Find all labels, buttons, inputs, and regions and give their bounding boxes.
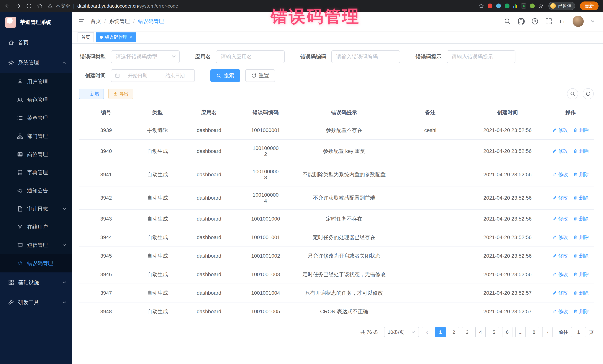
delete-link[interactable]: 删除: [573, 253, 589, 259]
reset-button[interactable]: 重置: [245, 69, 275, 82]
edit-link[interactable]: 修改: [552, 253, 568, 259]
profile-emoji-icon: [550, 3, 556, 9]
extensions-pin-icon[interactable]: [538, 3, 544, 9]
sidebar-item[interactable]: 错误码管理: [0, 254, 72, 272]
edit-link[interactable]: 修改: [552, 127, 568, 133]
delete-link[interactable]: 删除: [573, 216, 589, 222]
page-size-select[interactable]: 10条/页: [384, 327, 419, 337]
refresh-table-icon[interactable]: [583, 88, 594, 99]
sidebar-item[interactable]: 系统管理: [0, 53, 72, 73]
bookmark-star-icon[interactable]: [478, 3, 484, 9]
extension-icon[interactable]: [513, 3, 517, 8]
edit-link[interactable]: 修改: [552, 148, 568, 154]
goto-page-input[interactable]: [571, 327, 586, 337]
error-code-input[interactable]: [331, 50, 400, 63]
browser-home-icon[interactable]: [37, 3, 43, 9]
cell-code: 100100000 4: [236, 186, 295, 210]
sidebar-item[interactable]: 通知公告: [0, 182, 72, 200]
search-icon[interactable]: [504, 18, 511, 25]
delete-link[interactable]: 删除: [573, 171, 589, 178]
logo[interactable]: 芋道管理系统: [0, 12, 72, 33]
cell-type: 自动生成: [133, 247, 182, 265]
chevron-down-icon[interactable]: [590, 19, 595, 23]
filter-row-1: 错误码类型 应用名 错误码编码 错误码提示: [79, 50, 594, 63]
forward-icon[interactable]: [15, 3, 21, 9]
edit-link[interactable]: 修改: [552, 171, 568, 178]
sidebar-item[interactable]: 在线用户: [0, 218, 72, 236]
sidebar-item[interactable]: 部门管理: [0, 127, 72, 145]
sidebar-item[interactable]: 用户管理: [0, 73, 72, 91]
hide-search-toggle-icon[interactable]: [567, 88, 578, 99]
sidebar-item[interactable]: 首页: [0, 33, 72, 53]
cell-message: 只允许修改为开启或者关闭状态: [295, 247, 393, 265]
tags-view: 首页 错误码管理×: [72, 31, 603, 44]
address-bar[interactable]: 不安全 | dashboard.yudao.iocoder.cn/system/…: [47, 3, 474, 9]
pagination-page-button[interactable]: 3: [462, 327, 472, 337]
edit-link[interactable]: 修改: [552, 216, 568, 222]
extension-icon[interactable]: [487, 3, 492, 8]
sidebar-item-label: 岗位管理: [27, 151, 48, 158]
delete-link[interactable]: 删除: [573, 127, 589, 133]
browser-update-button[interactable]: 更新: [580, 1, 599, 10]
pagination-page-button[interactable]: 2: [449, 327, 459, 337]
tab-home[interactable]: 首页: [78, 33, 94, 42]
edit-link[interactable]: 修改: [552, 195, 568, 201]
reload-icon[interactable]: [26, 3, 32, 9]
pagination-more-button[interactable]: ...: [515, 327, 526, 337]
export-button[interactable]: 导出: [108, 88, 133, 99]
delete-link[interactable]: 删除: [573, 148, 589, 154]
sidebar-item[interactable]: 角色管理: [0, 91, 72, 109]
extension-icon[interactable]: [530, 3, 535, 8]
extension-icon[interactable]: [505, 3, 510, 8]
sidebar-item[interactable]: 短信管理: [0, 236, 72, 254]
close-icon[interactable]: ×: [129, 35, 132, 40]
profile-paused-badge[interactable]: 已暂停: [548, 2, 575, 10]
user-avatar[interactable]: [573, 16, 584, 27]
add-button[interactable]: 新增: [79, 88, 104, 99]
extension-icon[interactable]: [521, 3, 526, 9]
edit-link[interactable]: 修改: [552, 271, 568, 278]
delete-link[interactable]: 删除: [573, 195, 589, 201]
sidebar-item[interactable]: 审计日志: [0, 200, 72, 218]
prev-page-button[interactable]: ‹: [422, 327, 432, 337]
font-size-icon[interactable]: TT: [559, 18, 566, 25]
edit-link[interactable]: 修改: [552, 290, 568, 296]
sidebar-item[interactable]: 字典管理: [0, 164, 72, 182]
next-page-button[interactable]: ›: [542, 327, 553, 337]
pagination-page-button[interactable]: 8: [529, 327, 539, 337]
back-icon[interactable]: [4, 3, 10, 9]
fullscreen-icon[interactable]: [545, 18, 552, 25]
edit-link[interactable]: 修改: [552, 234, 568, 241]
delete-link[interactable]: 删除: [573, 290, 589, 296]
cell-app: dashboard: [182, 284, 236, 302]
sidebar-item[interactable]: 基础设施: [0, 272, 72, 292]
tab-label: 错误码管理: [105, 34, 127, 40]
delete-link[interactable]: 删除: [573, 234, 589, 241]
pagination-page-button[interactable]: 6: [502, 327, 512, 337]
error-type-select-input[interactable]: [111, 50, 180, 63]
delete-link[interactable]: 删除: [573, 271, 589, 278]
sidebar-item[interactable]: 岗位管理: [0, 145, 72, 164]
breadcrumb-home[interactable]: 首页: [91, 18, 101, 25]
extension-icon[interactable]: [496, 3, 501, 8]
tab-error-code[interactable]: 错误码管理×: [96, 33, 136, 42]
github-icon[interactable]: [518, 18, 525, 25]
search-button[interactable]: 搜索: [210, 69, 240, 82]
pagination-page-button[interactable]: 1: [435, 327, 446, 337]
cell-remark: [393, 210, 468, 228]
op-label: 修改: [558, 290, 568, 296]
error-message-input[interactable]: [447, 50, 515, 63]
sidebar-item[interactable]: 菜单管理: [0, 109, 72, 127]
date-range-picker[interactable]: 开始日期 - 结束日期: [111, 69, 195, 82]
app-name-input[interactable]: [216, 50, 285, 63]
error-type-select[interactable]: [111, 50, 180, 63]
sidebar-item[interactable]: 研发工具: [0, 292, 72, 312]
pagination-page-button[interactable]: 5: [489, 327, 499, 337]
pagination-page-button[interactable]: 4: [475, 327, 486, 337]
edit-link[interactable]: 修改: [552, 308, 568, 315]
delete-link[interactable]: 删除: [573, 308, 589, 315]
hamburger-icon[interactable]: [78, 18, 85, 25]
breadcrumb-system[interactable]: 系统管理: [109, 18, 130, 25]
help-icon[interactable]: [531, 18, 538, 25]
filter-item-app: 应用名: [195, 50, 285, 63]
